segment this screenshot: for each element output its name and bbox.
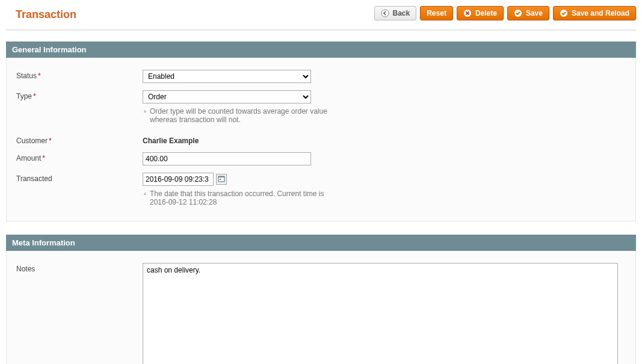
back-button[interactable]: Back — [374, 6, 417, 20]
save-reload-button[interactable]: Save and Reload — [553, 6, 636, 20]
svg-rect-5 — [218, 176, 224, 177]
save-reload-label: Save and Reload — [572, 9, 629, 17]
meta-panel-header: Meta Information — [6, 235, 636, 251]
meta-panel: Meta Information Notes cash on delivery.… — [6, 235, 636, 364]
back-label: Back — [393, 9, 410, 17]
button-bar: Back Reset Delete Save Sa — [374, 6, 636, 20]
customer-label: Customer* — [16, 135, 143, 145]
page-title: Transaction — [6, 6, 76, 21]
svg-point-0 — [381, 10, 389, 17]
type-select[interactable]: Order — [143, 90, 311, 103]
delete-icon — [463, 9, 472, 17]
delete-label: Delete — [475, 9, 497, 17]
check-icon — [560, 9, 568, 17]
calendar-button[interactable] — [216, 174, 227, 185]
transacted-input[interactable] — [143, 173, 214, 186]
delete-button[interactable]: Delete — [457, 6, 504, 20]
header-divider — [6, 29, 636, 31]
back-arrow-icon — [381, 9, 389, 17]
status-select[interactable]: Enabled — [143, 70, 311, 83]
calendar-icon — [218, 175, 225, 184]
type-hint: Order type will be counted towards avera… — [143, 107, 335, 124]
reset-button[interactable]: Reset — [420, 6, 453, 20]
save-label: Save — [526, 9, 543, 17]
notes-textarea[interactable]: cash on delivery. — [143, 263, 618, 364]
reset-label: Reset — [427, 9, 446, 17]
amount-label: Amount* — [16, 152, 143, 162]
save-button[interactable]: Save — [507, 6, 549, 20]
svg-rect-6 — [220, 179, 221, 180]
type-label: Type* — [16, 90, 143, 100]
status-label: Status* — [16, 70, 143, 80]
notes-label: Notes — [16, 263, 143, 273]
general-panel-header: General Information — [6, 42, 636, 58]
transacted-label: Transacted — [16, 173, 143, 183]
amount-input[interactable] — [143, 152, 311, 165]
general-panel: General Information Status* Enabled Type… — [6, 42, 636, 221]
customer-value: Charlie Example — [143, 135, 199, 145]
transacted-hint: The date that this transaction occurred.… — [143, 190, 335, 206]
check-icon — [514, 9, 522, 17]
